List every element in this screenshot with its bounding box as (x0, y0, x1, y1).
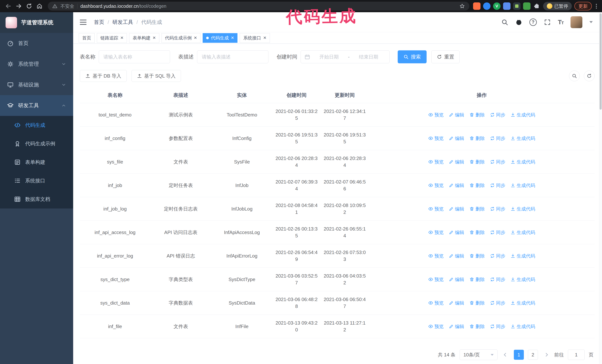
extension-icon[interactable]: V (493, 2, 501, 10)
action-preview-link[interactable]: 预览 (428, 323, 444, 330)
action-preview-link[interactable]: 预览 (428, 112, 444, 118)
action-preview-link[interactable]: 预览 (428, 300, 444, 306)
action-sync-link[interactable]: 同步 (490, 323, 505, 330)
extension-icon[interactable] (523, 2, 530, 10)
action-delete-link[interactable]: 删除 (469, 206, 485, 212)
github-icon[interactable] (515, 19, 522, 26)
action-sync-link[interactable]: 同步 (490, 276, 505, 283)
action-delete-link[interactable]: 删除 (469, 323, 485, 330)
sidebar-item-system-api[interactable]: 系统接口 (0, 171, 73, 190)
extension-icon[interactable] (513, 2, 520, 10)
close-tab-icon[interactable]: × (120, 35, 123, 40)
close-tab-icon[interactable]: × (153, 35, 156, 40)
search-icon[interactable] (501, 19, 508, 26)
close-tab-icon[interactable]: × (194, 35, 197, 40)
action-generate-code-link[interactable]: 生成代码 (510, 135, 535, 142)
sidebar-item-infrastructure[interactable]: 基础设施 (0, 74, 73, 95)
avatar[interactable] (570, 16, 582, 28)
sidebar-item-codegen[interactable]: 代码生成 (0, 116, 73, 135)
font-size-icon[interactable]: TT (558, 19, 563, 26)
action-preview-link[interactable]: 预览 (428, 158, 444, 165)
action-sync-link[interactable]: 同步 (490, 206, 505, 212)
update-button[interactable]: 更新 (574, 2, 592, 10)
sidebar-item-codegen-example[interactable]: 代码生成示例 (0, 135, 73, 153)
action-edit-link[interactable]: 编辑 (449, 300, 464, 306)
action-sync-link[interactable]: 同步 (490, 300, 505, 306)
scrollbar-thumb[interactable] (600, 13, 602, 110)
breadcrumb-item[interactable]: 研发工具 (112, 19, 133, 26)
action-sync-link[interactable]: 同步 (490, 112, 505, 118)
tab-form-builder[interactable]: 表单构建× (129, 33, 159, 43)
action-preview-link[interactable]: 预览 (428, 135, 444, 142)
forward-button[interactable] (14, 1, 23, 11)
action-preview-link[interactable]: 预览 (428, 206, 444, 212)
action-sync-link[interactable]: 同步 (490, 182, 505, 189)
action-sync-link[interactable]: 同步 (490, 158, 505, 165)
close-tab-icon[interactable]: × (263, 35, 266, 40)
home-button[interactable] (35, 1, 44, 11)
breadcrumb-item[interactable]: 首页 (94, 19, 104, 26)
next-page-button[interactable] (542, 350, 550, 360)
action-delete-link[interactable]: 删除 (469, 158, 485, 165)
page-size-select[interactable]: 10条/页 (460, 349, 497, 360)
action-generate-code-link[interactable]: 生成代码 (510, 182, 535, 189)
action-generate-code-link[interactable]: 生成代码 (510, 323, 535, 330)
action-delete-link[interactable]: 删除 (469, 112, 485, 118)
fullscreen-icon[interactable] (544, 19, 551, 26)
extension-icon[interactable] (483, 2, 491, 10)
action-delete-link[interactable]: 删除 (469, 276, 485, 283)
back-button[interactable] (4, 1, 13, 11)
sidebar-logo[interactable]: 芋道管理系统 (0, 12, 73, 33)
puzzle-icon[interactable] (533, 2, 540, 10)
tab-trace[interactable]: 链路追踪× (97, 33, 127, 43)
goto-page-input[interactable] (568, 350, 585, 360)
security-label[interactable]: 不安全 (60, 3, 74, 9)
toggle-search-button[interactable] (569, 71, 580, 81)
sidebar-item-form-builder[interactable]: 表单构建 (0, 153, 73, 171)
prev-page-button[interactable] (502, 350, 510, 360)
action-edit-link[interactable]: 编辑 (449, 158, 464, 165)
bookmark-star-icon[interactable] (459, 3, 465, 9)
table-desc-input[interactable] (197, 50, 269, 63)
table-name-input[interactable] (99, 50, 170, 63)
hamburger-icon[interactable] (79, 19, 88, 26)
action-sync-link[interactable]: 同步 (490, 229, 505, 236)
action-generate-code-link[interactable]: 生成代码 (510, 252, 535, 260)
page-button-2[interactable]: 2 (528, 350, 538, 360)
action-generate-code-link[interactable]: 生成代码 (510, 158, 535, 165)
tab-home[interactable]: 首页 (79, 33, 95, 43)
sidebar-item-system[interactable]: 系统管理 (0, 54, 73, 74)
action-edit-link[interactable]: 编辑 (449, 112, 464, 118)
reload-button[interactable] (24, 1, 34, 11)
action-delete-link[interactable]: 删除 (469, 229, 485, 236)
extension-icon[interactable] (503, 2, 510, 10)
page-button-1[interactable]: 1 (514, 350, 524, 360)
action-delete-link[interactable]: 删除 (469, 135, 485, 142)
chevron-down-icon[interactable] (589, 21, 593, 23)
action-generate-code-link[interactable]: 生成代码 (510, 206, 535, 212)
action-generate-code-link[interactable]: 生成代码 (510, 276, 535, 283)
help-icon[interactable]: ? (529, 19, 537, 26)
action-preview-link[interactable]: 预览 (428, 276, 444, 283)
action-preview-link[interactable]: 预览 (428, 252, 444, 260)
action-delete-link[interactable]: 删除 (469, 182, 485, 189)
close-tab-icon[interactable]: × (231, 35, 234, 40)
tab-system-api[interactable]: 系统接口× (240, 33, 270, 43)
action-edit-link[interactable]: 编辑 (449, 252, 464, 260)
action-generate-code-link[interactable]: 生成代码 (510, 229, 535, 236)
action-delete-link[interactable]: 删除 (469, 252, 485, 260)
action-generate-code-link[interactable]: 生成代码 (510, 112, 535, 118)
sidebar-item-db-doc[interactable]: 数据库文档 (0, 190, 73, 208)
import-db-button[interactable]: 基于 DB 导入 (80, 70, 127, 82)
action-edit-link[interactable]: 编辑 (449, 323, 464, 330)
search-button[interactable]: 搜索 (398, 50, 427, 63)
action-edit-link[interactable]: 编辑 (449, 206, 464, 212)
action-generate-code-link[interactable]: 生成代码 (510, 300, 535, 306)
action-edit-link[interactable]: 编辑 (449, 182, 464, 189)
action-preview-link[interactable]: 预览 (428, 182, 444, 189)
refresh-button[interactable] (584, 71, 595, 81)
browser-menu-icon[interactable] (594, 4, 598, 9)
action-delete-link[interactable]: 删除 (469, 300, 485, 306)
date-range-picker[interactable]: 开始日期 - 结束日期 (301, 50, 389, 63)
import-sql-button[interactable]: 基于 SQL 导入 (131, 70, 181, 82)
